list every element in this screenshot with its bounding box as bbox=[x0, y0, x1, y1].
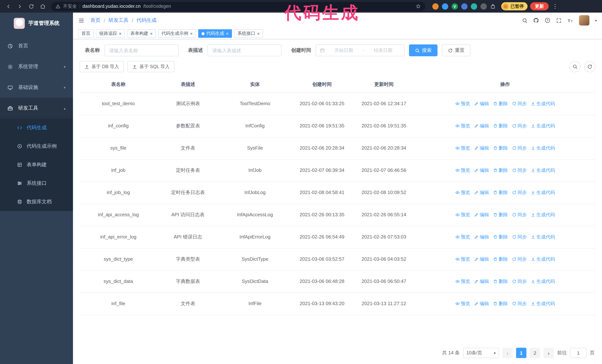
delete-link[interactable]: 删除 bbox=[493, 167, 508, 175]
page-button-1[interactable]: 1 bbox=[516, 348, 527, 358]
tab-close-icon[interactable]: × bbox=[190, 31, 193, 36]
preview-link[interactable]: 预览 bbox=[455, 233, 470, 241]
view-tab[interactable]: 代码生成示例 × bbox=[158, 29, 196, 38]
sidebar-item-form-builder[interactable]: 表单构建 bbox=[0, 156, 73, 174]
generate-code-link[interactable]: 生成代码 bbox=[531, 167, 555, 175]
sync-link[interactable]: 同步 bbox=[512, 211, 527, 219]
help-icon[interactable]: ? bbox=[545, 17, 550, 23]
address-bar[interactable]: 不安全 dashboard.yudao.iocoder.cn/tool/code… bbox=[51, 2, 425, 11]
view-tab[interactable]: 表单构建 × bbox=[127, 29, 156, 38]
tab-close-icon[interactable]: × bbox=[150, 31, 153, 36]
generate-code-link[interactable]: 生成代码 bbox=[531, 100, 555, 108]
goto-page-input[interactable] bbox=[570, 348, 586, 358]
sidebar-item-infrastructure[interactable]: 基础设施 ▾ bbox=[0, 77, 73, 98]
edit-link[interactable]: 编辑 bbox=[474, 189, 489, 197]
view-tab[interactable]: 代码生成 × bbox=[198, 29, 232, 38]
delete-link[interactable]: 删除 bbox=[493, 145, 508, 152]
generate-code-link[interactable]: 生成代码 bbox=[531, 145, 555, 152]
edit-link[interactable]: 编辑 bbox=[474, 300, 489, 308]
generate-code-link[interactable]: 生成代码 bbox=[531, 278, 555, 286]
edit-link[interactable]: 编辑 bbox=[474, 233, 489, 241]
sync-link[interactable]: 同步 bbox=[512, 189, 527, 197]
profile-paused-badge[interactable]: ☺ 已暂停 bbox=[501, 2, 527, 10]
extension-icon[interactable] bbox=[481, 3, 487, 10]
preview-link[interactable]: 预览 bbox=[455, 211, 470, 219]
fullscreen-icon[interactable] bbox=[556, 18, 562, 23]
edit-link[interactable]: 编辑 bbox=[474, 122, 489, 130]
sidebar-toggle-icon[interactable] bbox=[78, 17, 85, 23]
view-tab[interactable]: 首页 bbox=[78, 29, 94, 38]
preview-link[interactable]: 预览 bbox=[455, 300, 470, 308]
sync-link[interactable]: 同步 bbox=[512, 300, 527, 308]
delete-link[interactable]: 删除 bbox=[493, 300, 508, 308]
sidebar-item-home[interactable]: 首页 bbox=[0, 36, 73, 56]
bookmark-star-icon[interactable] bbox=[416, 4, 421, 9]
preview-link[interactable]: 预览 bbox=[455, 278, 470, 286]
page-size-select[interactable]: 10条/页 ▾ bbox=[463, 348, 499, 358]
delete-link[interactable]: 删除 bbox=[493, 278, 508, 286]
extension-icon[interactable] bbox=[471, 3, 477, 10]
sync-link[interactable]: 同步 bbox=[512, 278, 527, 286]
delete-link[interactable]: 删除 bbox=[493, 256, 508, 263]
back-icon[interactable] bbox=[4, 2, 13, 11]
user-avatar[interactable] bbox=[579, 15, 589, 26]
generate-code-link[interactable]: 生成代码 bbox=[531, 256, 555, 263]
sidebar-item-dev-tools[interactable]: 研发工具 ▴ bbox=[0, 98, 73, 118]
generate-code-link[interactable]: 生成代码 bbox=[531, 211, 555, 219]
reload-icon[interactable] bbox=[27, 2, 36, 11]
edit-link[interactable]: 编辑 bbox=[474, 145, 489, 152]
preview-link[interactable]: 预览 bbox=[455, 189, 470, 197]
sidebar-item-codegen[interactable]: 代码生成 bbox=[0, 118, 73, 137]
sidebar-item-system[interactable]: 系统管理 ▾ bbox=[0, 56, 73, 77]
extension-icon[interactable] bbox=[442, 3, 448, 10]
toggle-search-button[interactable] bbox=[570, 61, 580, 72]
preview-link[interactable]: 预览 bbox=[455, 100, 470, 108]
generate-code-link[interactable]: 生成代码 bbox=[531, 300, 555, 308]
sidebar-item-system-api[interactable]: 系统接口 bbox=[0, 174, 73, 193]
view-tab[interactable]: 系统接口 × bbox=[234, 29, 263, 38]
preview-link[interactable]: 预览 bbox=[455, 122, 470, 130]
sync-link[interactable]: 同步 bbox=[512, 233, 527, 241]
search-button[interactable]: 搜索 bbox=[409, 44, 438, 56]
font-size-icon[interactable]: TT bbox=[567, 17, 573, 23]
import-sql-button[interactable]: 基于 SQL 导入 bbox=[128, 61, 174, 72]
reset-button[interactable]: 重置 bbox=[442, 44, 471, 56]
preview-link[interactable]: 预览 bbox=[455, 256, 470, 263]
sync-link[interactable]: 同步 bbox=[512, 256, 527, 263]
refresh-button[interactable] bbox=[584, 61, 595, 72]
edit-link[interactable]: 编辑 bbox=[474, 167, 489, 175]
edit-link[interactable]: 编辑 bbox=[474, 211, 489, 219]
github-icon[interactable] bbox=[533, 17, 539, 23]
view-tab[interactable]: 链路追踪 × bbox=[96, 29, 125, 38]
delete-link[interactable]: 删除 bbox=[493, 189, 508, 197]
sidebar-item-db-doc[interactable]: 数据库文档 bbox=[0, 193, 73, 211]
extensions-puzzle-icon[interactable] bbox=[490, 3, 496, 9]
generate-code-link[interactable]: 生成代码 bbox=[531, 122, 555, 130]
sync-link[interactable]: 同步 bbox=[512, 145, 527, 152]
generate-code-link[interactable]: 生成代码 bbox=[531, 233, 555, 241]
sync-link[interactable]: 同步 bbox=[512, 167, 527, 175]
edit-link[interactable]: 编辑 bbox=[474, 278, 489, 286]
sync-link[interactable]: 同步 bbox=[512, 100, 527, 108]
chevron-down-icon[interactable]: ▾ bbox=[595, 18, 597, 22]
edit-link[interactable]: 编辑 bbox=[474, 256, 489, 263]
preview-link[interactable]: 预览 bbox=[455, 145, 470, 152]
sync-link[interactable]: 同步 bbox=[512, 122, 527, 130]
table-name-input[interactable] bbox=[104, 44, 178, 56]
table-desc-input[interactable] bbox=[207, 44, 281, 56]
delete-link[interactable]: 删除 bbox=[493, 100, 508, 108]
chrome-menu-icon[interactable]: ⋮ bbox=[551, 3, 559, 10]
next-page-button[interactable]: › bbox=[543, 348, 554, 358]
delete-link[interactable]: 删除 bbox=[493, 211, 508, 219]
tab-close-icon[interactable]: × bbox=[257, 31, 260, 36]
prev-page-button[interactable]: ‹ bbox=[502, 348, 513, 358]
extension-icon[interactable] bbox=[461, 3, 468, 10]
chrome-update-button[interactable]: 更新 bbox=[530, 2, 549, 10]
page-button-2[interactable]: 2 bbox=[530, 348, 540, 358]
delete-link[interactable]: 删除 bbox=[493, 122, 508, 130]
delete-link[interactable]: 删除 bbox=[493, 233, 508, 241]
date-range-picker[interactable]: 开始日期 - 结束日期 bbox=[316, 44, 405, 56]
extension-icon[interactable]: V bbox=[452, 3, 458, 10]
breadcrumb-item-home[interactable]: 首页 bbox=[90, 17, 100, 24]
import-db-button[interactable]: 基于 DB 导入 bbox=[80, 61, 124, 72]
